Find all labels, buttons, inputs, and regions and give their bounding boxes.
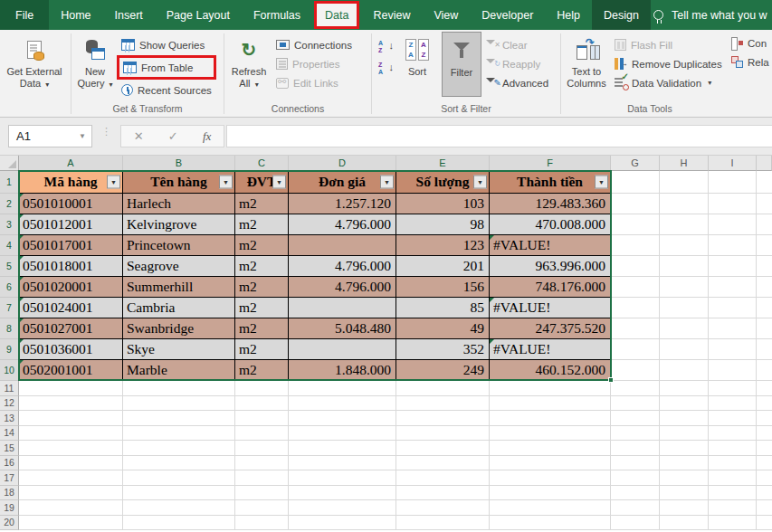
tab-data[interactable]: Data <box>314 1 359 29</box>
formula-input[interactable] <box>226 125 772 147</box>
table-cell[interactable]: m2 <box>235 339 289 360</box>
empty-cell[interactable] <box>396 500 490 516</box>
empty-cell[interactable] <box>709 235 757 256</box>
table-cell[interactable]: #VALUE! <box>490 339 611 360</box>
table-cell[interactable]: m2 <box>235 277 289 298</box>
empty-cell[interactable] <box>660 214 709 235</box>
column-header-G[interactable]: G <box>611 156 660 171</box>
empty-cell[interactable] <box>660 339 709 360</box>
empty-cell[interactable] <box>660 194 709 214</box>
empty-cell[interactable] <box>123 486 235 501</box>
empty-cell[interactable] <box>709 486 757 501</box>
empty-cell[interactable] <box>490 381 611 396</box>
table-cell[interactable]: 4.796.000 <box>289 214 396 235</box>
table-cell[interactable]: Kelvingrove <box>123 214 235 235</box>
empty-cell[interactable] <box>611 396 660 412</box>
empty-cell[interactable] <box>490 396 611 412</box>
empty-cell[interactable] <box>235 411 289 426</box>
empty-cell[interactable] <box>396 456 490 471</box>
table-cell[interactable]: m2 <box>235 235 289 256</box>
empty-cell[interactable] <box>660 426 709 442</box>
empty-cell[interactable] <box>396 486 490 501</box>
empty-cell[interactable] <box>289 516 396 531</box>
row-header-13[interactable]: 13 <box>0 411 19 426</box>
empty-cell[interactable] <box>123 516 235 531</box>
table-cell[interactable]: 0501012001 <box>19 214 123 235</box>
empty-cell[interactable] <box>611 171 660 194</box>
empty-cell[interactable] <box>709 441 757 456</box>
table-cell[interactable]: Harlech <box>123 194 235 214</box>
table-cell[interactable]: 0501024001 <box>19 298 123 318</box>
empty-cell[interactable] <box>611 235 660 256</box>
empty-cell[interactable] <box>660 256 709 277</box>
empty-cell[interactable] <box>611 486 660 501</box>
table-cell[interactable]: 1.257.120 <box>289 194 396 214</box>
table-cell[interactable]: 1.848.000 <box>289 360 396 381</box>
filter-dropdown-icon[interactable]: ▼ <box>473 176 487 189</box>
empty-cell[interactable] <box>611 214 660 235</box>
empty-cell[interactable] <box>709 171 757 194</box>
empty-cell[interactable] <box>19 486 123 501</box>
empty-cell[interactable] <box>611 277 660 298</box>
empty-cell[interactable] <box>709 470 757 486</box>
tab-design[interactable]: Design <box>592 0 651 30</box>
tab-insert[interactable]: Insert <box>103 0 155 30</box>
row-header-19[interactable]: 19 <box>0 500 19 516</box>
empty-cell[interactable] <box>660 381 709 396</box>
tab-review[interactable]: Review <box>361 0 422 30</box>
show-queries-button[interactable]: Show Queries <box>117 35 216 54</box>
empty-cell[interactable] <box>235 396 289 412</box>
enter-icon[interactable]: ✓ <box>168 129 178 143</box>
table-cell[interactable]: m2 <box>235 256 289 277</box>
table-cell[interactable]: 123 <box>396 235 490 256</box>
filter-dropdown-icon[interactable]: ▼ <box>272 176 286 189</box>
empty-cell[interactable] <box>490 470 611 486</box>
tell-me-box[interactable]: Tell me what you w <box>653 0 772 30</box>
table-cell[interactable]: m2 <box>235 214 289 235</box>
table-cell[interactable]: 0501020001 <box>19 277 123 298</box>
table-cell[interactable]: 49 <box>396 318 490 339</box>
table-cell[interactable]: 470.008.000 <box>490 214 611 235</box>
empty-cell[interactable] <box>235 516 289 531</box>
table-header-cell-6[interactable]: Thành tiền▼ <box>490 171 611 194</box>
sort-descending-button[interactable]: ZA <box>374 59 398 81</box>
empty-cell[interactable] <box>660 456 709 471</box>
empty-cell[interactable] <box>289 500 396 516</box>
connections-button[interactable]: Connections <box>272 35 357 54</box>
table-cell[interactable]: 0501017001 <box>19 235 123 256</box>
empty-cell[interactable] <box>235 486 289 501</box>
column-header-B[interactable]: B <box>123 156 235 171</box>
filter-dropdown-icon[interactable]: ▼ <box>219 176 233 189</box>
empty-cell[interactable] <box>611 339 660 360</box>
cancel-icon[interactable]: ✕ <box>134 129 144 143</box>
tab-developer[interactable]: Developer <box>470 0 545 30</box>
row-header-4[interactable]: 4 <box>0 235 19 256</box>
empty-cell[interactable] <box>660 318 709 339</box>
table-cell[interactable]: Summerhill <box>123 277 235 298</box>
tab-page-layout[interactable]: Page Layout <box>155 0 242 30</box>
empty-cell[interactable] <box>396 381 490 396</box>
empty-cell[interactable] <box>123 456 235 471</box>
tab-file[interactable]: File <box>0 0 49 30</box>
table-cell[interactable]: 963.996.000 <box>490 256 611 277</box>
table-cell[interactable]: #VALUE! <box>490 298 611 318</box>
filter-dropdown-icon[interactable]: ▼ <box>595 176 608 189</box>
table-cell[interactable]: Seagrove <box>123 256 235 277</box>
empty-cell[interactable] <box>709 500 757 516</box>
empty-cell[interactable] <box>19 516 123 531</box>
empty-cell[interactable] <box>660 470 709 486</box>
table-cell[interactable]: #VALUE! <box>490 235 611 256</box>
table-header-cell-3[interactable]: ĐVT▼ <box>235 171 289 194</box>
name-box-dropdown-icon[interactable]: ▼ <box>79 132 86 140</box>
empty-cell[interactable] <box>660 298 709 318</box>
table-cell[interactable]: Skye <box>123 339 235 360</box>
empty-cell[interactable] <box>709 214 757 235</box>
empty-cell[interactable] <box>396 441 490 456</box>
new-query-button[interactable]: New Query ▾ <box>73 32 117 92</box>
table-cell[interactable]: 85 <box>396 298 490 318</box>
row-header-7[interactable]: 7 <box>0 298 19 318</box>
column-header-A[interactable]: A <box>19 156 123 171</box>
empty-cell[interactable] <box>611 256 660 277</box>
row-header-15[interactable]: 15 <box>0 441 19 456</box>
table-cell[interactable]: 748.176.000 <box>490 277 611 298</box>
